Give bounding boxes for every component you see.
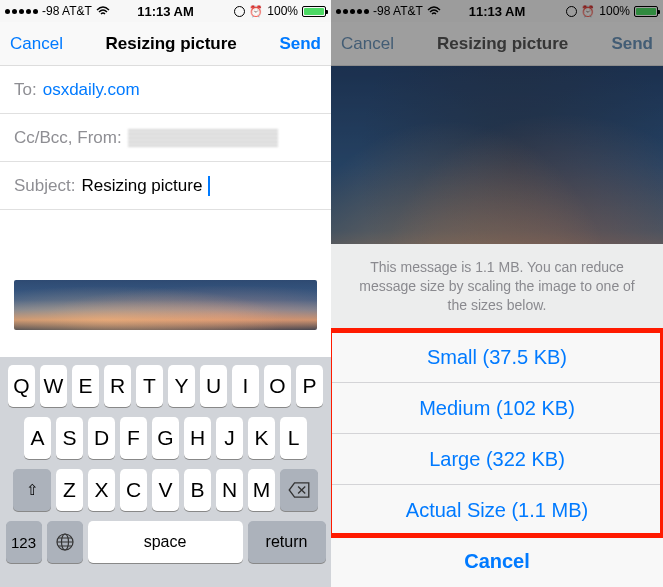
resize-action-sheet: This message is 1.1 MB. You can reduce m…	[331, 244, 663, 587]
key-n[interactable]: N	[216, 469, 243, 511]
key-p[interactable]: P	[296, 365, 323, 407]
key-b[interactable]: B	[184, 469, 211, 511]
nav-bar: Cancel Resizing picture Send	[0, 22, 331, 66]
compose-body[interactable]	[0, 210, 331, 280]
subject-value: Resizing picture	[81, 176, 202, 196]
battery-pct: 100%	[599, 4, 630, 18]
resize-option-large[interactable]: Large (322 KB)	[331, 434, 663, 485]
globe-icon	[55, 532, 75, 552]
key-o[interactable]: O	[264, 365, 291, 407]
rotation-lock-icon	[234, 6, 245, 17]
key-y[interactable]: Y	[168, 365, 195, 407]
key-u[interactable]: U	[200, 365, 227, 407]
alarm-icon: ⏰	[581, 5, 595, 18]
ccbcc-field[interactable]: Cc/Bcc, From:	[0, 114, 331, 162]
status-bar: -98 AT&T 11:13 AM ⏰ 100%	[0, 0, 331, 22]
key-c[interactable]: C	[120, 469, 147, 511]
key-i[interactable]: I	[232, 365, 259, 407]
backspace-icon	[288, 482, 310, 498]
key-m[interactable]: M	[248, 469, 275, 511]
key-g[interactable]: G	[152, 417, 179, 459]
key-s[interactable]: S	[56, 417, 83, 459]
nav-bar: Cancel Resizing picture Send	[331, 22, 663, 66]
key-t[interactable]: T	[136, 365, 163, 407]
cancel-button[interactable]: Cancel	[10, 34, 63, 54]
ccbcc-label: Cc/Bcc, From:	[14, 128, 122, 148]
subject-field[interactable]: Subject: Resizing picture	[0, 162, 331, 210]
subject-label: Subject:	[14, 176, 75, 196]
key-l[interactable]: L	[280, 417, 307, 459]
key-j[interactable]: J	[216, 417, 243, 459]
resize-sheet-screen: -98 AT&T 11:13 AM ⏰ 100% Cancel Resizing…	[331, 0, 663, 587]
resize-option-medium[interactable]: Medium (102 KB)	[331, 383, 663, 434]
sheet-cancel-button[interactable]: Cancel	[331, 536, 663, 587]
clock-label: 11:13 AM	[469, 4, 526, 19]
attached-image-preview[interactable]	[14, 280, 317, 330]
return-key[interactable]: return	[248, 521, 326, 563]
key-e[interactable]: E	[72, 365, 99, 407]
wifi-icon	[96, 6, 110, 16]
to-field[interactable]: To: osxdaily.com	[0, 66, 331, 114]
to-value: osxdaily.com	[43, 80, 140, 100]
key-h[interactable]: H	[184, 417, 211, 459]
to-label: To:	[14, 80, 37, 100]
key-d[interactable]: D	[88, 417, 115, 459]
text-cursor	[208, 176, 210, 196]
globe-key[interactable]	[47, 521, 83, 563]
clock-label: 11:13 AM	[137, 4, 194, 19]
status-bar: -98 AT&T 11:13 AM ⏰ 100%	[331, 0, 663, 22]
battery-icon	[634, 6, 658, 17]
key-r[interactable]: R	[104, 365, 131, 407]
signal-icon	[5, 9, 38, 14]
alarm-icon: ⏰	[249, 5, 263, 18]
cancel-button: Cancel	[341, 34, 394, 54]
key-v[interactable]: V	[152, 469, 179, 511]
sheet-message: This message is 1.1 MB. You can reduce m…	[331, 244, 663, 332]
key-x[interactable]: X	[88, 469, 115, 511]
compose-screen: -98 AT&T 11:13 AM ⏰ 100% Cancel Resizing…	[0, 0, 331, 587]
key-f[interactable]: F	[120, 417, 147, 459]
key-a[interactable]: A	[24, 417, 51, 459]
battery-pct: 100%	[267, 4, 298, 18]
shift-key[interactable]: ⇧	[13, 469, 51, 511]
battery-icon	[302, 6, 326, 17]
keyboard: QWERTYUIOP ASDFGHJKL ⇧ ZXCVBNM 123 space…	[0, 357, 331, 587]
resize-option-small[interactable]: Small (37.5 KB)	[331, 332, 663, 383]
numbers-key[interactable]: 123	[6, 521, 42, 563]
key-w[interactable]: W	[40, 365, 67, 407]
carrier-label: -98 AT&T	[373, 4, 423, 18]
delete-key[interactable]	[280, 469, 318, 511]
key-q[interactable]: Q	[8, 365, 35, 407]
nav-title: Resizing picture	[106, 34, 237, 54]
key-z[interactable]: Z	[56, 469, 83, 511]
signal-icon	[336, 9, 369, 14]
from-value-redacted	[128, 129, 278, 147]
space-key[interactable]: space	[88, 521, 243, 563]
carrier-label: -98 AT&T	[42, 4, 92, 18]
key-k[interactable]: K	[248, 417, 275, 459]
wifi-icon	[427, 6, 441, 16]
resize-option-actual[interactable]: Actual Size (1.1 MB)	[331, 485, 663, 536]
send-button: Send	[611, 34, 653, 54]
rotation-lock-icon	[566, 6, 577, 17]
nav-title: Resizing picture	[437, 34, 568, 54]
send-button[interactable]: Send	[279, 34, 321, 54]
